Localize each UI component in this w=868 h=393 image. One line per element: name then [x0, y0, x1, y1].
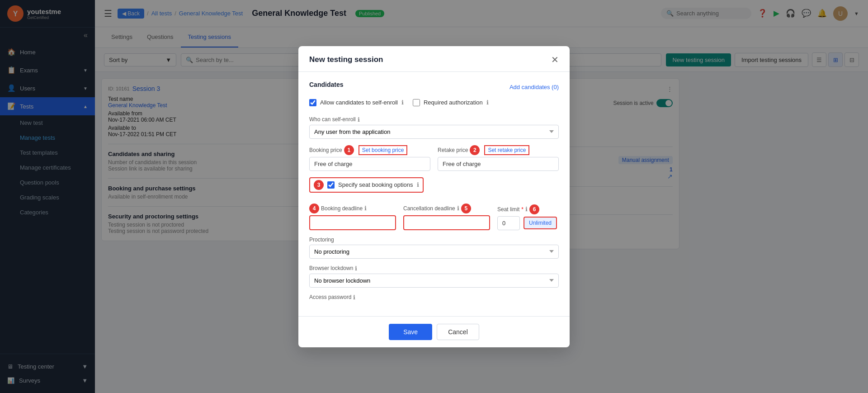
- allow-self-enroll-checkbox[interactable]: [309, 99, 316, 106]
- save-button[interactable]: Save: [389, 324, 432, 340]
- cancellation-deadline-label: Cancellation deadline ℹ 5: [403, 204, 490, 213]
- proctoring-dropdown[interactable]: No proctoring With proctoring: [309, 245, 559, 259]
- access-password-label: Access password ℹ: [309, 294, 559, 301]
- browser-lockdown-label: Browser lockdown ℹ: [309, 265, 559, 272]
- seat-limit-info-icon[interactable]: ℹ: [525, 206, 528, 213]
- seat-limit-label: Seat limit * ℹ 6: [497, 204, 559, 214]
- seat-limit-controls: Unlimited: [497, 216, 559, 230]
- set-retake-price-link[interactable]: Set retake price: [484, 145, 529, 155]
- browser-lockdown-info-icon[interactable]: ℹ: [355, 265, 357, 272]
- retake-price-group: Retake price 2 Set retake price: [438, 145, 559, 171]
- booking-price-group: Booking price 1 Set booking price: [309, 145, 430, 171]
- badge-2: 2: [470, 145, 480, 155]
- seat-limit-input[interactable]: [497, 216, 520, 230]
- badge-3: 3: [314, 180, 324, 190]
- new-testing-session-modal: New testing session ✕ Candidates Add can…: [298, 46, 570, 347]
- cancellation-deadline-group: Cancellation deadline ℹ 5: [403, 204, 490, 230]
- candidates-section-header: Candidates Add candidates (0): [309, 81, 559, 94]
- deadline-seat-row: 4 Booking deadline ℹ Cancellation deadli…: [309, 204, 559, 230]
- badge-4: 4: [309, 204, 319, 213]
- specify-seat-label: Specify seat booking options: [338, 181, 413, 188]
- booking-deadline-label: 4 Booking deadline ℹ: [309, 204, 396, 213]
- access-password-info-icon[interactable]: ℹ: [353, 294, 355, 301]
- cancellation-deadline-input[interactable]: [403, 215, 490, 230]
- booking-deadline-input[interactable]: [309, 215, 396, 230]
- modal-title: New testing session: [309, 55, 383, 64]
- unlimited-button[interactable]: Unlimited: [524, 217, 557, 229]
- seat-limit-group: Seat limit * ℹ 6 Unlimited: [497, 204, 559, 230]
- set-booking-price-link[interactable]: Set booking price: [359, 145, 408, 155]
- required-auth-row: Required authorization ℹ: [413, 99, 489, 106]
- proctoring-label: Proctoring: [309, 237, 559, 243]
- access-password-section: Access password ℹ: [309, 294, 559, 301]
- booking-retake-price-row: Booking price 1 Set booking price Retake…: [309, 145, 559, 171]
- booking-deadline-group: 4 Booking deadline ℹ: [309, 204, 396, 230]
- badge-6: 6: [529, 204, 539, 214]
- specify-seat-info-icon[interactable]: ℹ: [417, 181, 419, 188]
- who-can-self-enroll-group: Who can self-enroll ℹ Any user from the …: [309, 116, 559, 139]
- required-auth-checkbox[interactable]: [413, 99, 420, 106]
- who-can-dropdown[interactable]: Any user from the application Specific g…: [309, 125, 559, 139]
- specify-seat-checkbox[interactable]: [327, 181, 335, 189]
- retake-price-input[interactable]: [438, 157, 559, 171]
- modal-header: New testing session ✕: [298, 46, 570, 72]
- cancel-button[interactable]: Cancel: [437, 324, 479, 340]
- proctoring-group: Proctoring No proctoring With proctoring: [309, 237, 559, 259]
- booking-deadline-info-icon[interactable]: ℹ: [364, 205, 367, 212]
- modal-body: Candidates Add candidates (0) Allow cand…: [298, 72, 570, 316]
- badge-1: 1: [344, 145, 354, 155]
- modal-close-button[interactable]: ✕: [551, 54, 559, 65]
- booking-price-input[interactable]: [309, 157, 430, 171]
- browser-lockdown-dropdown[interactable]: No browser lockdown With browser lockdow…: [309, 274, 559, 288]
- add-candidates-link[interactable]: Add candidates (0): [509, 84, 559, 90]
- allow-self-enroll-label: Allow candidates to self-enroll: [320, 99, 398, 106]
- specify-seat-row: 3 Specify seat booking options ℹ: [309, 177, 424, 193]
- booking-price-label: Booking price 1 Set booking price: [309, 145, 430, 155]
- who-can-label: Who can self-enroll ℹ: [309, 116, 559, 123]
- retake-price-label: Retake price 2 Set retake price: [438, 145, 559, 155]
- required-auth-info-icon[interactable]: ℹ: [486, 99, 489, 106]
- cancellation-deadline-info-icon[interactable]: ℹ: [457, 205, 459, 212]
- badge-5: 5: [461, 204, 471, 213]
- modal-footer: Save Cancel: [298, 316, 570, 347]
- required-auth-label: Required authorization: [424, 99, 483, 106]
- candidates-section-title: Candidates: [309, 81, 343, 88]
- allow-self-enroll-info-icon[interactable]: ℹ: [401, 99, 404, 106]
- allow-self-enroll-row: Allow candidates to self-enroll ℹ: [309, 99, 404, 106]
- who-can-info-icon[interactable]: ℹ: [358, 116, 360, 123]
- browser-lockdown-group: Browser lockdown ℹ No browser lockdown W…: [309, 265, 559, 288]
- modal-overlay: New testing session ✕ Candidates Add can…: [0, 0, 868, 393]
